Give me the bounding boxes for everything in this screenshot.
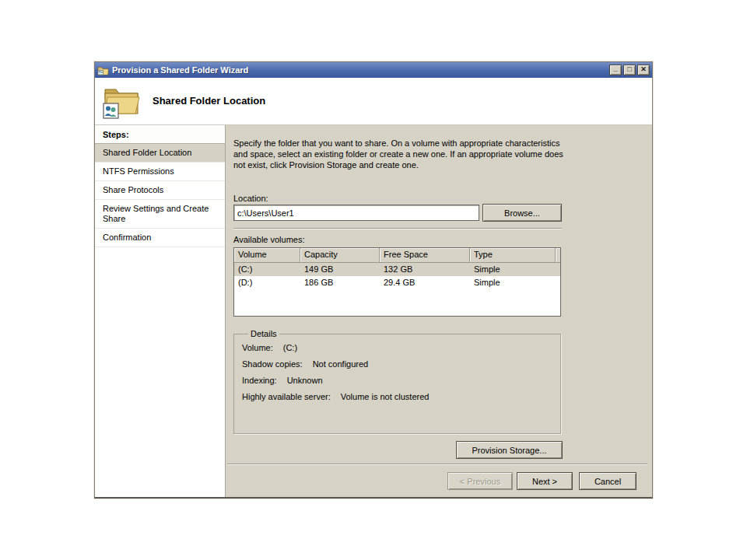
detail-value: Unknown (287, 376, 323, 385)
separator-line (233, 228, 562, 229)
step-share-protocols: Share Protocols (95, 181, 225, 200)
cell-volume: (C:) (234, 263, 300, 276)
close-button[interactable]: ✕ (637, 65, 650, 75)
provision-storage-button[interactable]: Provision Storage... (456, 441, 563, 459)
location-label: Location: (233, 194, 268, 203)
detail-indexing: Indexing:Unknown (242, 376, 560, 386)
previous-button[interactable]: < Previous (447, 472, 513, 490)
volumes-table-header: Volume Capacity Free Space Type (234, 248, 560, 263)
detail-value: (C:) (283, 343, 297, 352)
cell-type: Simple (470, 263, 556, 276)
instructions-text: Specify the folder that you want to shar… (233, 138, 566, 170)
column-header-type[interactable]: Type (470, 248, 556, 263)
step-confirmation: Confirmation (95, 229, 225, 247)
detail-highly-available: Highly available server:Volume is not cl… (242, 392, 560, 402)
location-input[interactable] (233, 205, 479, 221)
details-legend: Details (248, 329, 279, 338)
detail-label: Indexing: (242, 376, 277, 385)
detail-label: Volume: (242, 343, 273, 352)
wizard-icon (97, 65, 109, 75)
minimize-icon: _ (613, 65, 617, 72)
volumes-table: Volume Capacity Free Space Type (C:) 149… (233, 247, 561, 317)
column-header-filler (556, 248, 560, 263)
detail-value: Not configured (313, 359, 369, 369)
cell-capacity: 149 GB (300, 263, 380, 276)
available-volumes-label: Available volumes: (233, 235, 305, 244)
details-groupbox: Details Volume:(C:) Shadow copies:Not co… (233, 329, 561, 434)
wizard-banner: Shared Folder Location (95, 78, 652, 125)
cancel-button[interactable]: Cancel (579, 472, 637, 490)
detail-shadow-copies: Shadow copies:Not configured (242, 359, 560, 369)
desktop-background: Provision a Shared Folder Wizard _ □ ✕ S… (0, 0, 747, 560)
cell-type: Simple (470, 276, 556, 289)
column-header-volume[interactable]: Volume (234, 248, 300, 263)
shared-folder-icon (102, 82, 141, 121)
detail-volume: Volume:(C:) (242, 343, 560, 353)
cell-capacity: 186 GB (300, 276, 380, 289)
maximize-icon: □ (627, 65, 631, 73)
steps-heading: Steps: (95, 125, 225, 144)
wizard-body: Steps: Shared Folder Location NTFS Permi… (95, 125, 652, 497)
step-review-settings: Review Settings and Create Share (95, 200, 225, 229)
detail-value: Volume is not clustered (341, 392, 430, 401)
browse-button[interactable]: Browse... (482, 204, 562, 222)
volume-row-c[interactable]: (C:) 149 GB 132 GB Simple (234, 263, 560, 276)
detail-label: Highly available server: (242, 392, 331, 401)
wizard-window: Provision a Shared Folder Wizard _ □ ✕ S… (94, 61, 653, 499)
volume-row-d[interactable]: (D:) 186 GB 29.4 GB Simple (234, 276, 560, 289)
close-icon: ✕ (640, 65, 647, 73)
step-ntfs-permissions: NTFS Permissions (95, 163, 225, 181)
cell-free-space: 29.4 GB (380, 276, 470, 289)
cell-free-space: 132 GB (380, 263, 470, 276)
next-button[interactable]: Next > (517, 472, 573, 490)
column-header-capacity[interactable]: Capacity (300, 248, 380, 263)
window-title: Provision a Shared Folder Wizard (112, 65, 608, 75)
footer-separator (227, 464, 647, 465)
title-bar[interactable]: Provision a Shared Folder Wizard _ □ ✕ (95, 62, 652, 78)
maximize-button[interactable]: □ (623, 65, 636, 75)
minimize-button[interactable]: _ (609, 65, 622, 75)
cell-volume: (D:) (234, 276, 300, 289)
column-header-free-space[interactable]: Free Space (380, 248, 470, 263)
step-shared-folder-location: Shared Folder Location (95, 144, 225, 163)
detail-label: Shadow copies: (242, 359, 303, 369)
page-content: Specify the folder that you want to shar… (226, 125, 652, 497)
steps-sidebar: Steps: Shared Folder Location NTFS Permi… (95, 125, 226, 497)
page-title: Shared Folder Location (153, 95, 265, 107)
